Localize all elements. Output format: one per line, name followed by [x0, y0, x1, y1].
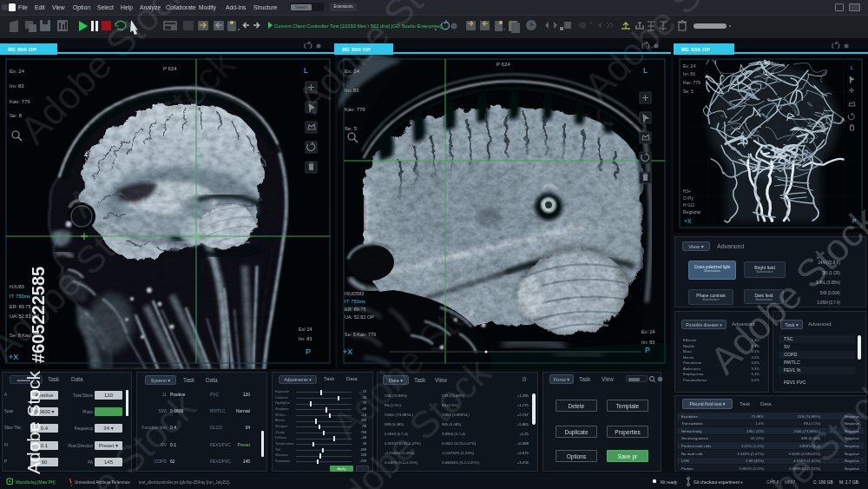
svg-text:IT: 750ms: IT: 750ms	[10, 294, 30, 299]
svg-text:P: P	[645, 346, 650, 354]
svg-text:UA: 52.82 OP: UA: 52.82 OP	[345, 314, 374, 320]
svg-text:Im: 83: Im: 83	[641, 340, 654, 345]
svg-text:Kav: 779: Kav: 779	[345, 107, 365, 112]
svg-text:Ex: 24: Ex: 24	[345, 69, 360, 74]
svg-text:H GO: H GO	[683, 202, 694, 208]
svg-text:M: 2.7 GB: M: 2.7 GB	[839, 480, 858, 485]
svg-text:test_clientcontroller.ps (gfu/: test_clientcontroller.ps (gfu/hp-25\fray…	[139, 480, 230, 485]
svg-text:Im: 83: Im: 83	[10, 83, 24, 89]
svg-text:Ex: 24: Ex: 24	[10, 69, 25, 74]
svg-text:+X: +X	[343, 347, 352, 356]
svg-text:Kav: 779: Kav: 779	[683, 80, 700, 85]
svg-text:O Fly: O Fly	[683, 195, 694, 201]
svg-text:Se: 5: Se: 5	[683, 89, 694, 94]
svg-text:ER: 89.75: ER: 89.75	[345, 307, 365, 312]
svg-text:Registrat: Registrat	[683, 209, 701, 215]
svg-text:Ex: 24: Ex: 24	[641, 329, 655, 334]
svg-text:HJU83: HJU83	[10, 284, 24, 289]
svg-text:P: P	[306, 347, 311, 356]
svg-text:ISUD583: ISUD583	[345, 291, 364, 296]
svg-text:+X: +X	[684, 218, 692, 224]
svg-text:Im: 83: Im: 83	[299, 336, 312, 341]
svg-text:Git checkout experiment +: Git checkout experiment +	[694, 480, 743, 485]
svg-text:Se: 8: Se: 8	[10, 113, 23, 118]
svg-text:C: 180 GB: C: 180 GB	[813, 480, 833, 485]
svg-text:P 624: P 624	[496, 62, 510, 67]
svg-text:ER: 89.75: ER: 89.75	[10, 304, 30, 309]
svg-text:Ex/ 24: Ex/ 24	[299, 327, 312, 332]
svg-text:Im: 83: Im: 83	[345, 88, 359, 93]
svg-text:P 624: P 624	[163, 66, 177, 71]
svg-text:L: L	[643, 66, 648, 75]
svg-text:Unresolved Attribute Reference: Unresolved Attribute Reference	[75, 480, 130, 485]
svg-text:L: L	[304, 66, 308, 75]
svg-text:P 624: P 624	[767, 62, 779, 67]
svg-text:IT: 750ms: IT: 750ms	[345, 299, 365, 304]
svg-text:Se: 5: Se: 5	[345, 126, 358, 131]
svg-text:M807: M807	[785, 480, 796, 485]
svg-text:HJ+: HJ+	[683, 188, 691, 194]
svg-text:Kit ready: Kit ready	[661, 480, 678, 485]
svg-text:+X: +X	[9, 353, 18, 361]
svg-text:Se: 5 Kav: 779: Se: 5 Kav: 779	[345, 332, 376, 337]
svg-text:Microbiolog [Maw PH]: Microbiolog [Maw PH]	[16, 480, 56, 485]
svg-text:Current Client Controller Test: Current Client Controller Test [10293 fi…	[274, 23, 442, 29]
svg-text:Kav: 779: Kav: 779	[10, 99, 30, 104]
svg-text:P: P	[852, 218, 857, 224]
svg-text:Im: 83: Im: 83	[683, 71, 695, 76]
svg-text:UA: 52.82 OP: UA: 52.82 OP	[10, 314, 39, 319]
svg-text:GHT-8: GHT-8	[766, 480, 779, 485]
svg-text:Se: 8 Kav: 779: Se: 8 Kav: 779	[10, 333, 41, 338]
svg-text:Ex: 24: Ex: 24	[683, 63, 695, 69]
